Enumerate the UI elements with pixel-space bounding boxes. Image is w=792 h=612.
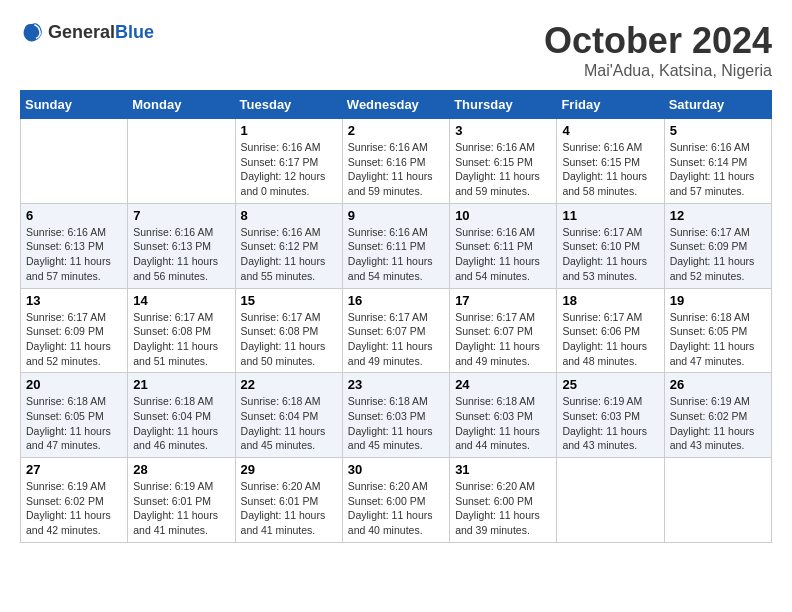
day-cell-2-6: 19Sunrise: 6:18 AMSunset: 6:05 PMDayligh… bbox=[664, 288, 771, 373]
day-cell-2-4: 17Sunrise: 6:17 AMSunset: 6:07 PMDayligh… bbox=[450, 288, 557, 373]
day-cell-0-2: 1Sunrise: 6:16 AMSunset: 6:17 PMDaylight… bbox=[235, 119, 342, 204]
day-cell-1-5: 11Sunrise: 6:17 AMSunset: 6:10 PMDayligh… bbox=[557, 203, 664, 288]
day-detail: Sunrise: 6:17 AMSunset: 6:09 PMDaylight:… bbox=[670, 225, 766, 284]
day-cell-3-0: 20Sunrise: 6:18 AMSunset: 6:05 PMDayligh… bbox=[21, 373, 128, 458]
day-number: 22 bbox=[241, 377, 337, 392]
logo-text: GeneralBlue bbox=[48, 22, 154, 43]
header-thursday: Thursday bbox=[450, 91, 557, 119]
day-detail: Sunrise: 6:19 AMSunset: 6:02 PMDaylight:… bbox=[670, 394, 766, 453]
day-number: 25 bbox=[562, 377, 658, 392]
day-detail: Sunrise: 6:18 AMSunset: 6:04 PMDaylight:… bbox=[133, 394, 229, 453]
day-number: 13 bbox=[26, 293, 122, 308]
day-cell-4-3: 30Sunrise: 6:20 AMSunset: 6:00 PMDayligh… bbox=[342, 458, 449, 543]
day-number: 23 bbox=[348, 377, 444, 392]
day-cell-2-0: 13Sunrise: 6:17 AMSunset: 6:09 PMDayligh… bbox=[21, 288, 128, 373]
day-cell-2-5: 18Sunrise: 6:17 AMSunset: 6:06 PMDayligh… bbox=[557, 288, 664, 373]
day-cell-1-4: 10Sunrise: 6:16 AMSunset: 6:11 PMDayligh… bbox=[450, 203, 557, 288]
day-number: 18 bbox=[562, 293, 658, 308]
week-row-5: 27Sunrise: 6:19 AMSunset: 6:02 PMDayligh… bbox=[21, 458, 772, 543]
day-cell-1-1: 7Sunrise: 6:16 AMSunset: 6:13 PMDaylight… bbox=[128, 203, 235, 288]
day-detail: Sunrise: 6:16 AMSunset: 6:15 PMDaylight:… bbox=[455, 140, 551, 199]
title-block: October 2024 Mai'Adua, Katsina, Nigeria bbox=[544, 20, 772, 80]
calendar-table: Sunday Monday Tuesday Wednesday Thursday… bbox=[20, 90, 772, 543]
day-number: 6 bbox=[26, 208, 122, 223]
header-monday: Monday bbox=[128, 91, 235, 119]
day-cell-4-4: 31Sunrise: 6:20 AMSunset: 6:00 PMDayligh… bbox=[450, 458, 557, 543]
day-detail: Sunrise: 6:19 AMSunset: 6:03 PMDaylight:… bbox=[562, 394, 658, 453]
calendar-header-row: Sunday Monday Tuesday Wednesday Thursday… bbox=[21, 91, 772, 119]
header-friday: Friday bbox=[557, 91, 664, 119]
logo-general: General bbox=[48, 22, 115, 42]
day-number: 26 bbox=[670, 377, 766, 392]
day-detail: Sunrise: 6:18 AMSunset: 6:04 PMDaylight:… bbox=[241, 394, 337, 453]
day-cell-2-2: 15Sunrise: 6:17 AMSunset: 6:08 PMDayligh… bbox=[235, 288, 342, 373]
day-detail: Sunrise: 6:17 AMSunset: 6:06 PMDaylight:… bbox=[562, 310, 658, 369]
day-detail: Sunrise: 6:19 AMSunset: 6:01 PMDaylight:… bbox=[133, 479, 229, 538]
day-number: 15 bbox=[241, 293, 337, 308]
week-row-3: 13Sunrise: 6:17 AMSunset: 6:09 PMDayligh… bbox=[21, 288, 772, 373]
day-number: 29 bbox=[241, 462, 337, 477]
day-cell-1-6: 12Sunrise: 6:17 AMSunset: 6:09 PMDayligh… bbox=[664, 203, 771, 288]
day-number: 11 bbox=[562, 208, 658, 223]
day-cell-0-3: 2Sunrise: 6:16 AMSunset: 6:16 PMDaylight… bbox=[342, 119, 449, 204]
day-number: 17 bbox=[455, 293, 551, 308]
day-number: 2 bbox=[348, 123, 444, 138]
day-detail: Sunrise: 6:17 AMSunset: 6:08 PMDaylight:… bbox=[241, 310, 337, 369]
day-number: 16 bbox=[348, 293, 444, 308]
header-tuesday: Tuesday bbox=[235, 91, 342, 119]
day-cell-3-5: 25Sunrise: 6:19 AMSunset: 6:03 PMDayligh… bbox=[557, 373, 664, 458]
day-number: 1 bbox=[241, 123, 337, 138]
day-cell-0-0 bbox=[21, 119, 128, 204]
day-detail: Sunrise: 6:16 AMSunset: 6:15 PMDaylight:… bbox=[562, 140, 658, 199]
header-sunday: Sunday bbox=[21, 91, 128, 119]
day-detail: Sunrise: 6:17 AMSunset: 6:07 PMDaylight:… bbox=[455, 310, 551, 369]
week-row-1: 1Sunrise: 6:16 AMSunset: 6:17 PMDaylight… bbox=[21, 119, 772, 204]
day-detail: Sunrise: 6:18 AMSunset: 6:05 PMDaylight:… bbox=[26, 394, 122, 453]
day-cell-2-3: 16Sunrise: 6:17 AMSunset: 6:07 PMDayligh… bbox=[342, 288, 449, 373]
day-detail: Sunrise: 6:16 AMSunset: 6:11 PMDaylight:… bbox=[455, 225, 551, 284]
day-cell-4-2: 29Sunrise: 6:20 AMSunset: 6:01 PMDayligh… bbox=[235, 458, 342, 543]
logo: GeneralBlue bbox=[20, 20, 154, 44]
day-cell-4-0: 27Sunrise: 6:19 AMSunset: 6:02 PMDayligh… bbox=[21, 458, 128, 543]
day-cell-2-1: 14Sunrise: 6:17 AMSunset: 6:08 PMDayligh… bbox=[128, 288, 235, 373]
day-detail: Sunrise: 6:16 AMSunset: 6:14 PMDaylight:… bbox=[670, 140, 766, 199]
header-saturday: Saturday bbox=[664, 91, 771, 119]
day-detail: Sunrise: 6:20 AMSunset: 6:00 PMDaylight:… bbox=[455, 479, 551, 538]
day-detail: Sunrise: 6:18 AMSunset: 6:05 PMDaylight:… bbox=[670, 310, 766, 369]
week-row-2: 6Sunrise: 6:16 AMSunset: 6:13 PMDaylight… bbox=[21, 203, 772, 288]
day-detail: Sunrise: 6:16 AMSunset: 6:13 PMDaylight:… bbox=[26, 225, 122, 284]
logo-icon bbox=[20, 20, 44, 44]
day-cell-3-1: 21Sunrise: 6:18 AMSunset: 6:04 PMDayligh… bbox=[128, 373, 235, 458]
day-detail: Sunrise: 6:16 AMSunset: 6:16 PMDaylight:… bbox=[348, 140, 444, 199]
day-number: 3 bbox=[455, 123, 551, 138]
day-detail: Sunrise: 6:16 AMSunset: 6:11 PMDaylight:… bbox=[348, 225, 444, 284]
day-detail: Sunrise: 6:16 AMSunset: 6:17 PMDaylight:… bbox=[241, 140, 337, 199]
day-cell-0-6: 5Sunrise: 6:16 AMSunset: 6:14 PMDaylight… bbox=[664, 119, 771, 204]
day-cell-0-1 bbox=[128, 119, 235, 204]
week-row-4: 20Sunrise: 6:18 AMSunset: 6:05 PMDayligh… bbox=[21, 373, 772, 458]
day-detail: Sunrise: 6:18 AMSunset: 6:03 PMDaylight:… bbox=[455, 394, 551, 453]
day-cell-4-5 bbox=[557, 458, 664, 543]
day-detail: Sunrise: 6:16 AMSunset: 6:13 PMDaylight:… bbox=[133, 225, 229, 284]
day-number: 30 bbox=[348, 462, 444, 477]
month-title: October 2024 bbox=[544, 20, 772, 62]
day-detail: Sunrise: 6:17 AMSunset: 6:08 PMDaylight:… bbox=[133, 310, 229, 369]
day-cell-1-2: 8Sunrise: 6:16 AMSunset: 6:12 PMDaylight… bbox=[235, 203, 342, 288]
day-number: 31 bbox=[455, 462, 551, 477]
day-number: 21 bbox=[133, 377, 229, 392]
header-wednesday: Wednesday bbox=[342, 91, 449, 119]
day-number: 10 bbox=[455, 208, 551, 223]
day-detail: Sunrise: 6:19 AMSunset: 6:02 PMDaylight:… bbox=[26, 479, 122, 538]
day-cell-3-2: 22Sunrise: 6:18 AMSunset: 6:04 PMDayligh… bbox=[235, 373, 342, 458]
day-cell-4-6 bbox=[664, 458, 771, 543]
day-number: 28 bbox=[133, 462, 229, 477]
day-detail: Sunrise: 6:18 AMSunset: 6:03 PMDaylight:… bbox=[348, 394, 444, 453]
day-number: 27 bbox=[26, 462, 122, 477]
day-number: 14 bbox=[133, 293, 229, 308]
day-detail: Sunrise: 6:20 AMSunset: 6:01 PMDaylight:… bbox=[241, 479, 337, 538]
day-cell-1-3: 9Sunrise: 6:16 AMSunset: 6:11 PMDaylight… bbox=[342, 203, 449, 288]
day-cell-1-0: 6Sunrise: 6:16 AMSunset: 6:13 PMDaylight… bbox=[21, 203, 128, 288]
day-detail: Sunrise: 6:17 AMSunset: 6:09 PMDaylight:… bbox=[26, 310, 122, 369]
day-number: 20 bbox=[26, 377, 122, 392]
day-number: 4 bbox=[562, 123, 658, 138]
